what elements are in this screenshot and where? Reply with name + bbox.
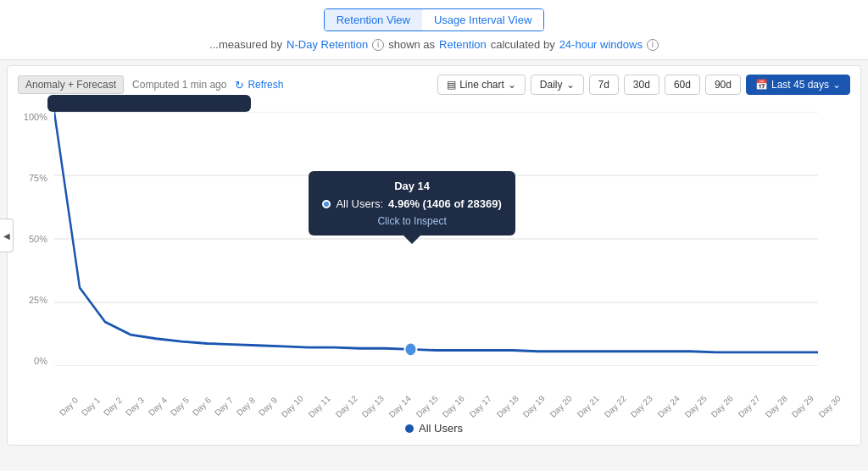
x-axis: Day 0 Day 1 Day 2 Day 3 Day 4 Day 5 Day …: [54, 403, 818, 413]
computed-text: Computed 1 min ago: [132, 79, 226, 91]
x-label-day18: Day 18: [494, 394, 520, 419]
top-bar: Retention View Usage Interval View ...me…: [0, 0, 868, 60]
last-45-days-button[interactable]: 📅 Last 45 days ⌄: [746, 75, 850, 95]
x-label-day5: Day 5: [168, 396, 190, 418]
x-label-day17: Day 17: [468, 394, 493, 419]
daily-label: Daily: [540, 79, 563, 91]
legend-label: All Users: [419, 422, 463, 435]
x-label-day13: Day 13: [360, 394, 386, 419]
calculated-by-label: calculated by: [491, 38, 555, 51]
y-label-0: 0%: [34, 356, 47, 366]
line-chart-label: Line chart: [459, 79, 504, 91]
y-label-50: 50%: [29, 234, 47, 244]
x-label-day4: Day 4: [146, 396, 168, 418]
chart-toolbar: Anomaly + Forecast Computed 1 min ago ↻ …: [8, 75, 860, 103]
refresh-label: Refresh: [248, 79, 283, 91]
x-label-day10: Day 10: [280, 394, 305, 419]
x-label-day14: Day 14: [387, 394, 413, 419]
x-label-day28: Day 28: [763, 394, 788, 419]
x-label-day8: Day 8: [235, 396, 257, 418]
chart-canvas: [54, 112, 818, 366]
line-chart-chevron: ⌄: [508, 79, 516, 91]
daily-button[interactable]: Daily ⌄: [531, 75, 584, 95]
90d-button[interactable]: 90d: [705, 75, 741, 95]
y-label-75: 75%: [29, 173, 47, 183]
chart-controls: ▤ Line chart ⌄ Daily ⌄ 7d 30d 60d 90d 📅 …: [437, 75, 850, 95]
y-axis: 100% 75% 50% 25% 0%: [8, 112, 54, 366]
legend: All Users: [8, 417, 860, 445]
y-label-100: 100%: [24, 112, 47, 122]
x-label-day25: Day 25: [682, 394, 708, 419]
x-label-day3: Day 3: [124, 396, 146, 418]
daily-chevron: ⌄: [566, 79, 575, 91]
windows-link[interactable]: 24-hour windows: [559, 38, 643, 51]
y-label-25: 25%: [29, 295, 47, 305]
measured-by-prefix: ...measured by: [209, 38, 282, 51]
x-label-day20: Day 20: [548, 394, 574, 419]
x-label-day22: Day 22: [602, 394, 627, 419]
anomaly-badge: Anomaly + Forecast: [18, 75, 124, 94]
x-label-day26: Day 26: [709, 394, 735, 419]
measured-by-row: ...measured by N-Day Retention i shown a…: [209, 38, 659, 51]
refresh-button[interactable]: ↻ Refresh: [235, 79, 283, 91]
x-label-day23: Day 23: [629, 394, 654, 419]
x-label-day7: Day 7: [213, 396, 235, 418]
legend-dot: [405, 424, 414, 433]
x-label-day1: Day 1: [80, 396, 102, 418]
last-45-days-label: Last 45 days: [771, 79, 829, 91]
x-label-day27: Day 27: [737, 394, 762, 419]
retention-view-button[interactable]: Retention View: [325, 9, 422, 30]
7d-button[interactable]: 7d: [589, 75, 619, 95]
x-label-day30: Day 30: [817, 394, 843, 419]
line-chart-button[interactable]: ▤ Line chart ⌄: [437, 75, 526, 95]
last-45-chevron: ⌄: [832, 79, 841, 91]
line-chart-icon: ▤: [447, 79, 456, 91]
x-label-day21: Day 21: [575, 394, 600, 419]
n-day-info-icon[interactable]: i: [372, 39, 384, 51]
chart-svg: [54, 112, 818, 366]
x-label-day19: Day 19: [521, 394, 547, 419]
svg-point-5: [404, 342, 416, 356]
calendar-icon: 📅: [755, 79, 768, 91]
windows-info-icon[interactable]: i: [647, 39, 659, 51]
x-label-day11: Day 11: [307, 394, 332, 419]
shown-as-label: shown as: [388, 38, 435, 51]
x-label-day24: Day 24: [656, 394, 682, 419]
usage-interval-view-button[interactable]: Usage Interval View: [422, 9, 543, 30]
x-label-day9: Day 9: [257, 396, 279, 418]
view-toggle: Retention View Usage Interval View: [324, 8, 545, 31]
refresh-icon: ↻: [235, 79, 244, 91]
x-label-day2: Day 2: [102, 396, 124, 418]
x-label-day6: Day 6: [191, 396, 213, 418]
x-label-day29: Day 29: [790, 394, 815, 419]
x-label-day0: Day 0: [58, 396, 80, 418]
30d-button[interactable]: 30d: [624, 75, 659, 95]
chart-area: 100% 75% 50% 25% 0%: [8, 103, 860, 417]
60d-button[interactable]: 60d: [665, 75, 700, 95]
n-day-retention-link[interactable]: N-Day Retention: [287, 38, 368, 51]
retention-link[interactable]: Retention: [439, 38, 487, 51]
chart-section: Anomaly + Forecast Computed 1 min ago ↻ …: [7, 65, 861, 446]
x-label-day15: Day 15: [414, 394, 439, 419]
x-label-day12: Day 12: [333, 394, 359, 419]
x-label-day16: Day 16: [441, 394, 466, 419]
